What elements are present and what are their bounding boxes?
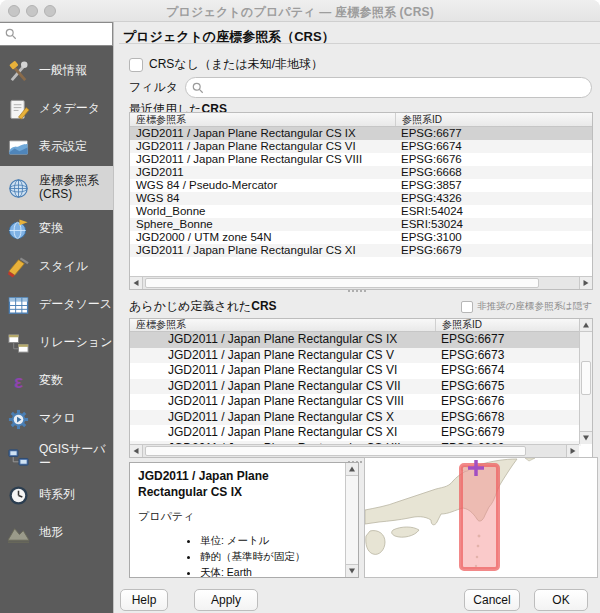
sidebar-item-label: 座標参照系 (CRS) [33, 174, 113, 202]
sidebar-item-relations[interactable]: リレーション [0, 324, 113, 362]
scroll-right-button[interactable] [566, 445, 579, 457]
crs-properties-list: 単位: メートル静的（基準時が固定）天体: Earth投影法: Transver… [138, 533, 341, 577]
predefined-table-body: JGD2011 / Japan Plane Rectangular CS IX … [130, 332, 581, 446]
table-row[interactable]: JGD2011 / Japan Plane Rectangular CS IX … [130, 127, 592, 140]
sidebar-item-label: マクロ [33, 412, 76, 426]
scroll-left-button[interactable] [130, 445, 143, 457]
column-header-authid[interactable]: 参照系ID [395, 113, 592, 126]
crs-name-cell: JGD2011 / Japan Plane Rectangular CS IX [130, 127, 395, 140]
crs-name-cell: JGD2011 / Japan Plane Rectangular CS VII [130, 379, 435, 395]
table-row[interactable]: JGD2011 / Japan Plane Rectangular CS X E… [130, 410, 581, 426]
crs-name-cell: JGD2011 / Japan Plane Rectangular CS V [130, 348, 435, 364]
project-properties-dialog: プロジェクトのプロパティ — 座標参照系 (CRS) 一般情報 メタデータ 表示… [0, 0, 600, 613]
table-row[interactable]: JGD2011 / Japan Plane Rectangular CS IX … [130, 332, 581, 348]
predefined-vertical-scrollbar[interactable] [579, 319, 592, 444]
scroll-up-button[interactable] [580, 319, 592, 332]
crs-name-cell: Sphere_Bonne [130, 218, 395, 231]
sidebar-item-crs[interactable]: 座標参照系 (CRS) [0, 166, 113, 210]
scrollbar-thumb[interactable] [145, 446, 526, 456]
table-row[interactable]: JGD2011 EPSG:6668 [130, 166, 592, 179]
crs-id-cell: EPSG:6677 [395, 127, 592, 140]
cancel-button[interactable]: Cancel [464, 589, 520, 611]
column-header-crs[interactable]: 座標参照系 [130, 319, 435, 331]
crs-property-item: 静的（基準時が固定） [200, 549, 341, 565]
map-preview-svg [365, 458, 597, 577]
sidebar-item-view-settings[interactable]: 表示設定 [0, 128, 113, 166]
table-row[interactable]: WGS 84 EPSG:4326 [130, 192, 592, 205]
arrow-right-icon [571, 448, 576, 454]
sidebar-item-label: スタイル [33, 260, 88, 274]
sidebar-item-variables[interactable]: ε 変数 [0, 362, 113, 400]
sidebar-item-metadata[interactable]: メタデータ [0, 90, 113, 128]
crs-name-cell: JGD2011 / Japan Plane Rectangular CS IX [130, 332, 435, 348]
crs-extent-rectangle [461, 465, 498, 569]
sidebar-item-general-info[interactable]: 一般情報 [0, 52, 113, 90]
sidebar-item-transform[interactable]: 変換 [0, 210, 113, 248]
ok-button[interactable]: OK [534, 589, 588, 611]
hide-deprecated-checkbox[interactable] [461, 301, 473, 313]
crs-id-cell: EPSG:6677 [435, 332, 581, 348]
table-row[interactable]: JGD2011 / Japan Plane Rectangular CS VI … [130, 363, 581, 379]
crs-id-cell: ESRI:54024 [395, 205, 592, 218]
splitter-handle[interactable] [114, 288, 600, 293]
scrollbar-track[interactable] [143, 445, 566, 457]
details-vertical-scrollbar[interactable] [345, 463, 358, 577]
epsilon-icon: ε [7, 369, 33, 393]
column-header-crs[interactable]: 座標参照系 [130, 113, 395, 126]
apply-button[interactable]: Apply [194, 589, 258, 611]
help-button[interactable]: Help [120, 589, 168, 611]
crs-extent-map-preview [364, 457, 598, 578]
window-title: プロジェクトのプロパティ — 座標参照系 (CRS) [0, 4, 600, 21]
sidebar-item-temporal[interactable]: 時系列 [0, 476, 113, 514]
recent-table-body: JGD2011 / Japan Plane Rectangular CS IX … [130, 127, 592, 261]
table-row[interactable]: JGD2011 / Japan Plane Rectangular CS VI … [130, 140, 592, 153]
scrollbar-thumb[interactable] [581, 361, 591, 395]
arrow-up-icon [583, 323, 589, 328]
predefined-crs-table: 座標参照系 参照系ID JGD2011 / Japan Plane Rectan… [129, 318, 593, 458]
sidebar-item-label: 表示設定 [33, 140, 87, 154]
predefined-horizontal-scrollbar[interactable] [130, 444, 579, 457]
crs-name-cell: JGD2011 / Japan Plane Rectangular CS XI [130, 244, 395, 257]
table-row[interactable]: World_Bonne ESRI:54024 [130, 205, 592, 218]
table-row[interactable]: JGD2011 / Japan Plane Rectangular CS XI … [130, 425, 581, 441]
sidebar-item-label: 変数 [33, 374, 63, 388]
sidebar-item-label: データソース [33, 298, 112, 312]
table-row[interactable]: JGD2011 / Japan Plane Rectangular CS VII… [130, 153, 592, 166]
no-crs-checkbox-label: CRSなし（または未知/非地球） [149, 56, 323, 73]
scroll-up-button[interactable] [346, 463, 358, 476]
sidebar-item-macros[interactable]: マクロ [0, 400, 113, 438]
title-separator [119, 43, 600, 44]
sidebar-item-terrain[interactable]: 地形 [0, 514, 113, 552]
table-row[interactable]: Sphere_Bonne ESRI:53024 [130, 218, 592, 231]
crs-name-cell: JGD2000 / UTM zone 54N [130, 231, 395, 244]
sidebar-item-style[interactable]: スタイル [0, 248, 113, 286]
table-row[interactable]: JGD2011 / Japan Plane Rectangular CS VII… [130, 394, 581, 410]
crs-property-item: 単位: メートル [200, 533, 341, 549]
relations-tables-icon [7, 331, 33, 355]
sidebar-item-qgis-server[interactable]: QGISサーバー [0, 438, 113, 476]
scroll-down-button[interactable] [580, 431, 592, 444]
crs-name-cell: JGD2011 / Japan Plane Rectangular CS VII… [130, 394, 435, 410]
table-row[interactable]: JGD2000 / UTM zone 54N EPSG:3100 [130, 231, 592, 244]
sidebar-item-data-sources[interactable]: データソース [0, 286, 113, 324]
server-icon [7, 445, 33, 469]
no-crs-checkbox[interactable] [129, 58, 143, 72]
gear-icon [7, 407, 33, 431]
crs-property-item: 天体: Earth [200, 565, 341, 577]
table-row[interactable]: JGD2011 / Japan Plane Rectangular CS VII… [130, 379, 581, 395]
table-row[interactable]: JGD2011 / Japan Plane Rectangular CS V E… [130, 348, 581, 364]
arrow-up-icon [349, 467, 355, 472]
japan-landmass [365, 458, 535, 567]
table-row[interactable]: WGS 84 / Pseudo-Mercator EPSG:3857 [130, 179, 592, 192]
crs-id-cell: EPSG:3100 [395, 231, 592, 244]
scroll-down-button[interactable] [346, 564, 358, 577]
table-row[interactable]: JGD2011 / Japan Plane Rectangular CS XI … [130, 244, 592, 257]
crs-name-cell: JGD2011 / Japan Plane Rectangular CS VII… [130, 153, 395, 166]
column-header-authid[interactable]: 参照系ID [435, 319, 592, 331]
sidebar-items: 一般情報 メタデータ 表示設定 座標参照系 (CRS) 変換 スタイル [0, 52, 113, 552]
sidebar-search-input[interactable] [0, 22, 113, 46]
metadata-document-icon [7, 97, 33, 121]
crs-id-cell: EPSG:6676 [395, 153, 592, 166]
filter-input[interactable] [185, 77, 592, 98]
scrollbar-thumb[interactable] [145, 278, 539, 288]
